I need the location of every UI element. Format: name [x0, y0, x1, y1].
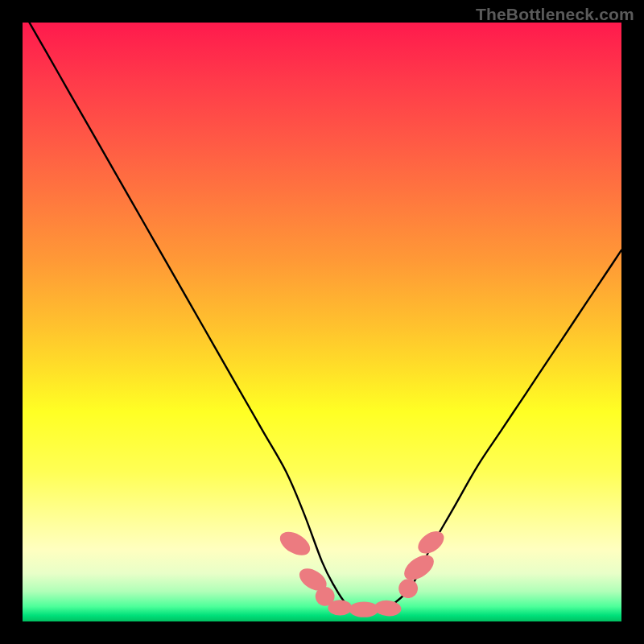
chart-frame: TheBottleneck.com: [0, 0, 644, 644]
curve-marker: [398, 579, 418, 598]
bottleneck-curve: [23, 23, 621, 610]
plot-area: [23, 23, 621, 621]
curve-marker: [374, 599, 402, 617]
curve-marker: [276, 527, 314, 560]
curve-marker: [414, 526, 448, 558]
curve-markers: [276, 526, 448, 617]
curve-marker: [328, 600, 352, 615]
watermark-text: TheBottleneck.com: [476, 5, 634, 24]
curve-marker: [349, 601, 379, 617]
curve-layer: [23, 23, 621, 621]
